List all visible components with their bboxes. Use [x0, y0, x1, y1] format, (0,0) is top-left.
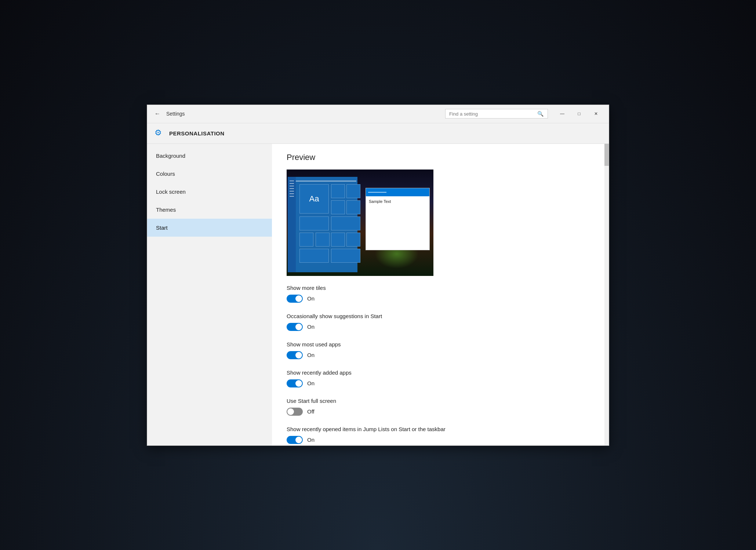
- settings-window: ← Settings 🔍 — □ ✕ ⚙ PERSONALISATION Bac…: [147, 105, 609, 446]
- toggle-row-show-more-tiles: On: [287, 295, 594, 303]
- toggle-thumb-show-recently-opened: [295, 437, 302, 443]
- setting-label-show-suggestions: Occasionally show suggestions in Start: [287, 313, 594, 319]
- setting-show-recently-added: Show recently added apps On: [287, 369, 594, 387]
- toggle-thumb-show-suggestions: [295, 324, 302, 330]
- setting-label-show-more-tiles: Show more tiles: [287, 285, 594, 291]
- preview-tiles-area: Aa: [296, 181, 356, 269]
- preview-aa-tile: Aa: [299, 184, 329, 214]
- setting-label-show-most-used: Show most used apps: [287, 341, 594, 347]
- preview-tile-1: [331, 184, 345, 198]
- preview-tile-8: [316, 233, 330, 247]
- sidebar-item-lock-screen[interactable]: Lock screen: [147, 183, 272, 201]
- titlebar: ← Settings 🔍 — □ ✕: [147, 105, 609, 123]
- preview-image: Aa: [287, 170, 433, 276]
- sidebar-line-4: [290, 188, 294, 189]
- toggle-state-show-more-tiles: On: [307, 295, 315, 302]
- preview-window-content: Sample Text: [366, 196, 429, 207]
- sidebar-line-7: [290, 196, 294, 197]
- sidebar-line-5: [290, 191, 294, 192]
- app-title: PERSONALISATION: [169, 130, 225, 136]
- toggle-state-show-most-used: On: [307, 352, 315, 358]
- toggle-thumb-show-more-tiles: [295, 295, 302, 302]
- preview-tile-12: [331, 249, 360, 263]
- toggle-show-recently-opened[interactable]: [287, 436, 303, 444]
- maximize-button[interactable]: □: [571, 108, 588, 119]
- toggle-show-recently-added[interactable]: [287, 379, 303, 387]
- preview-tile-7: [299, 233, 313, 247]
- sidebar-item-themes[interactable]: Themes: [147, 201, 272, 219]
- preview-tile-10: [346, 233, 360, 247]
- toggle-state-show-recently-added: On: [307, 380, 315, 386]
- toggle-state-show-suggestions: On: [307, 324, 315, 330]
- sidebar-item-background[interactable]: Background: [147, 147, 272, 165]
- preview-tile-3: [346, 184, 360, 198]
- setting-show-recently-opened: Show recently opened items in Jump Lists…: [287, 426, 594, 444]
- setting-label-show-recently-added: Show recently added apps: [287, 369, 594, 376]
- search-box[interactable]: 🔍: [445, 109, 548, 119]
- sidebar-line-6: [290, 193, 294, 194]
- preview-window-titlebar: [366, 188, 429, 196]
- search-input[interactable]: [449, 111, 537, 117]
- toggle-state-show-recently-opened: On: [307, 437, 315, 443]
- sidebar-line-3: [290, 186, 294, 186]
- preview-tile-11: [299, 249, 329, 263]
- sidebar-item-start[interactable]: Start: [147, 219, 272, 237]
- setting-label-use-start-full-screen: Use Start full screen: [287, 398, 594, 404]
- setting-show-more-tiles: Show more tiles On: [287, 285, 594, 303]
- setting-label-show-recently-opened: Show recently opened items in Jump Lists…: [287, 426, 594, 432]
- toggle-state-use-start-full-screen: Off: [307, 408, 315, 415]
- close-button[interactable]: ✕: [588, 108, 604, 119]
- setting-show-most-used: Show most used apps On: [287, 341, 594, 359]
- preview-tile-5: [299, 216, 329, 230]
- toggle-row-show-recently-opened: On: [287, 436, 594, 444]
- preview-window: Sample Text: [366, 188, 430, 250]
- titlebar-title: Settings: [166, 111, 185, 117]
- scrollbar-thumb[interactable]: [604, 144, 609, 166]
- toggle-row-show-suggestions: On: [287, 323, 594, 331]
- back-button[interactable]: ←: [152, 108, 163, 120]
- start-top-bar: [296, 181, 356, 182]
- toggle-row-show-most-used: On: [287, 351, 594, 359]
- preview-tile-9: [331, 233, 345, 247]
- content-area: Preview Aa: [272, 144, 609, 445]
- sidebar: Background Colours Lock screen Themes St…: [147, 144, 272, 445]
- window-controls: — □ ✕: [554, 108, 604, 119]
- preview-start-sidebar: [288, 177, 296, 272]
- preview-tile-2: [331, 200, 345, 214]
- setting-use-start-full-screen: Use Start full screen Off: [287, 398, 594, 416]
- preview-tile-6: [331, 216, 360, 230]
- settings-gear-icon: ⚙: [155, 128, 165, 138]
- preview-title: Preview: [287, 153, 594, 162]
- search-icon: 🔍: [537, 111, 544, 117]
- scrollbar-track[interactable]: [604, 144, 609, 445]
- sidebar-line-2: [290, 183, 294, 184]
- sidebar-line-1: [290, 181, 294, 181]
- preview-tile-4: [346, 200, 360, 214]
- toggle-row-use-start-full-screen: Off: [287, 408, 594, 416]
- minimize-button[interactable]: —: [554, 108, 571, 119]
- toggle-show-suggestions[interactable]: [287, 323, 303, 331]
- main-content: Background Colours Lock screen Themes St…: [147, 144, 609, 445]
- sidebar-item-colours[interactable]: Colours: [147, 165, 272, 183]
- toggle-show-more-tiles[interactable]: [287, 295, 303, 303]
- toggle-use-start-full-screen[interactable]: [287, 408, 303, 416]
- toggle-thumb-show-most-used: [295, 352, 302, 358]
- toggle-row-show-recently-added: On: [287, 379, 594, 387]
- app-header: ⚙ PERSONALISATION: [147, 123, 609, 144]
- toggle-thumb-use-start-full-screen: [287, 408, 294, 415]
- toggle-thumb-show-recently-added: [295, 380, 302, 387]
- toggle-show-most-used[interactable]: [287, 351, 303, 359]
- preview-window-title-line: [368, 192, 386, 193]
- setting-show-suggestions: Occasionally show suggestions in Start O…: [287, 313, 594, 331]
